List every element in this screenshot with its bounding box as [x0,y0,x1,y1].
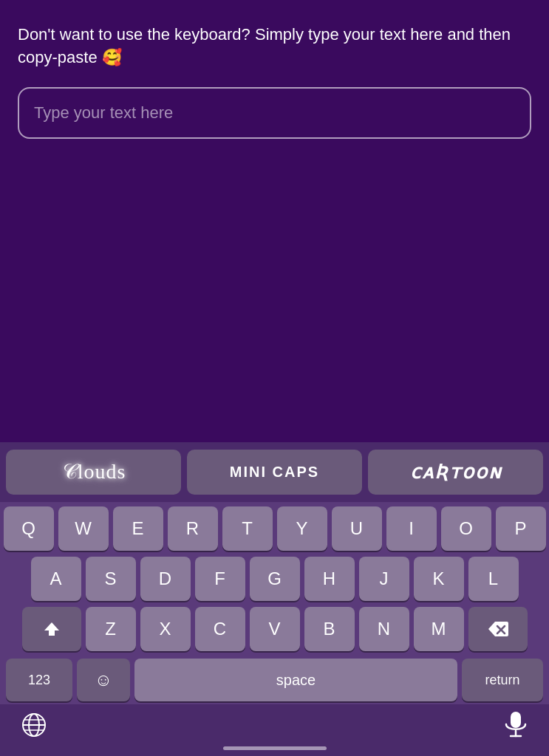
key-s[interactable]: S [86,557,136,601]
mic-icon[interactable] [503,711,528,742]
key-x[interactable]: X [140,607,191,651]
font-clouds-label: 𝒞louds [61,460,126,484]
key-space[interactable]: space [134,659,457,701]
font-style-minicaps[interactable]: MINI CAPS [187,450,362,495]
home-indicator [223,746,327,750]
key-r[interactable]: R [168,506,218,551]
key-v[interactable]: V [250,607,300,651]
key-z[interactable]: Z [86,607,136,651]
key-n[interactable]: N [359,607,409,651]
key-q[interactable]: Q [4,506,54,551]
globe-icon[interactable] [21,712,47,741]
key-j[interactable]: J [359,557,409,601]
key-h[interactable]: H [304,557,355,601]
key-123[interactable]: 123 [6,659,72,701]
backspace-key[interactable] [468,607,528,651]
return-label: return [485,673,519,688]
text-input-placeholder: Type your text here [34,103,173,122]
key-d[interactable]: D [140,557,191,601]
key-123-label: 123 [28,673,50,688]
key-row-1: Q W E R T Y U I O P [3,506,546,551]
key-m[interactable]: M [414,607,464,651]
keyboard-section: 𝒞louds MINI CAPS ᴄᴀʀᴛᴏᴏɴ Q W E R T Y U I… [0,442,549,756]
font-minicaps-label: MINI CAPS [230,464,319,481]
emoji-icon: ☺ [95,670,113,690]
font-style-row: 𝒞louds MINI CAPS ᴄᴀʀᴛᴏᴏɴ [0,442,549,502]
key-row-3: Z X C V B N M [3,607,546,651]
key-emoji[interactable]: ☺ [77,659,130,701]
key-row-2: A S D F G H J K L [3,557,546,601]
key-u[interactable]: U [332,506,382,551]
key-e[interactable]: E [113,506,163,551]
key-c[interactable]: C [195,607,245,651]
key-g[interactable]: G [250,557,300,601]
key-return[interactable]: return [462,659,543,701]
text-input-container[interactable]: Type your text here [18,87,531,139]
font-cartoon-label: ᴄᴀʀᴛᴏᴏɴ [410,461,502,484]
key-i[interactable]: I [386,506,437,551]
space-label: space [276,672,316,689]
shift-key[interactable] [22,607,81,651]
key-l[interactable]: L [468,557,519,601]
key-w[interactable]: W [58,506,109,551]
key-k[interactable]: K [414,557,464,601]
font-style-clouds[interactable]: 𝒞louds [6,450,181,495]
key-y[interactable]: Y [277,506,327,551]
shift-icon [43,620,61,638]
svg-rect-7 [511,712,521,728]
bottom-bar [0,704,549,756]
keyboard-rows: Q W E R T Y U I O P A S D F G H J K L [0,502,549,704]
instruction-text: Don't want to use the keyboard? Simply t… [18,24,531,69]
key-t[interactable]: T [222,506,273,551]
key-o[interactable]: O [441,506,491,551]
font-style-cartoon[interactable]: ᴄᴀʀᴛᴏᴏɴ [368,450,543,495]
key-f[interactable]: F [195,557,245,601]
key-a[interactable]: A [31,557,81,601]
key-p[interactable]: P [496,506,546,551]
backspace-icon [488,621,508,637]
top-section: Don't want to use the keyboard? Simply t… [0,0,549,442]
key-b[interactable]: B [304,607,355,651]
key-bottom-row: 123 ☺ space return [3,659,546,701]
